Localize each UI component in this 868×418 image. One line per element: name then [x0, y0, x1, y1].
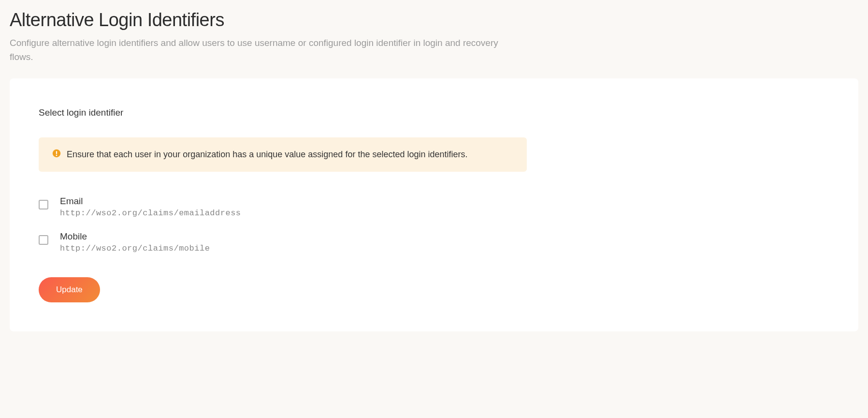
- identifier-content: Mobile http://wso2.org/claims/mobile: [60, 231, 210, 253]
- svg-rect-1: [56, 151, 57, 154]
- warning-icon: [52, 149, 61, 158]
- info-banner-text: Ensure that each user in your organizati…: [67, 148, 468, 161]
- identifier-list: Email http://wso2.org/claims/emailaddres…: [39, 196, 829, 253]
- page-description: Configure alternative login identifiers …: [10, 36, 522, 64]
- identifier-content: Email http://wso2.org/claims/emailaddres…: [60, 196, 241, 218]
- page-title: Alternative Login Identifiers: [10, 10, 858, 30]
- identifier-claim: http://wso2.org/claims/mobile: [60, 244, 210, 253]
- identifier-item-mobile: Mobile http://wso2.org/claims/mobile: [39, 231, 829, 253]
- settings-card: Select login identifier Ensure that each…: [10, 78, 858, 331]
- identifier-item-email: Email http://wso2.org/claims/emailaddres…: [39, 196, 829, 218]
- identifier-label: Email: [60, 196, 241, 207]
- page-header: Alternative Login Identifiers Configure …: [10, 10, 858, 64]
- info-banner: Ensure that each user in your organizati…: [39, 137, 527, 172]
- identifier-checkbox-mobile[interactable]: [39, 235, 48, 245]
- identifier-checkbox-email[interactable]: [39, 200, 48, 209]
- svg-point-2: [56, 155, 58, 156]
- identifier-claim: http://wso2.org/claims/emailaddress: [60, 209, 241, 218]
- section-label: Select login identifier: [39, 107, 829, 118]
- identifier-label: Mobile: [60, 231, 210, 242]
- update-button[interactable]: Update: [39, 277, 100, 302]
